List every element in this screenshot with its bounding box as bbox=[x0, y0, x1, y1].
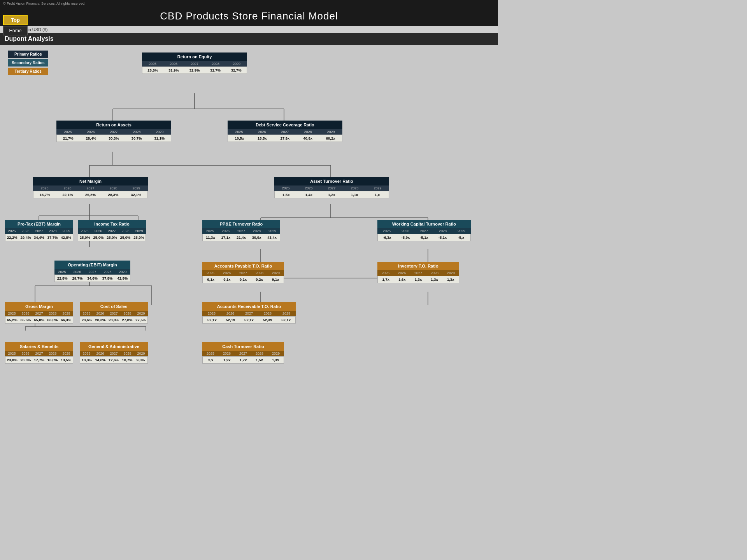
roa-values: 21,7% 28,4% 30,3% 30,7% 31,1% bbox=[56, 135, 171, 142]
roe-card: Return on Equity 2025 2026 2027 2028 202… bbox=[142, 52, 247, 74]
roa-card: Return on Assets 2025 2026 2027 2028 202… bbox=[56, 121, 171, 142]
cost-of-sales-header: Cost of Sales bbox=[80, 302, 148, 311]
operating-margin-header: Operating (EBIT) Margin bbox=[54, 261, 130, 269]
net-margin-header: Net Margin bbox=[33, 177, 148, 186]
dscr-card: Debt Service Coverage Ratio 2025 2026 20… bbox=[228, 121, 342, 142]
gross-margin-values: 65,2% 65,5% 65,8% 66,0% 66,3% bbox=[5, 316, 73, 324]
dscr-years: 2025 2026 2027 2028 2029 bbox=[228, 129, 342, 135]
general-admin-years: 2025 2026 2027 2028 2029 bbox=[80, 351, 148, 356]
roe-header: Return on Equity bbox=[142, 52, 247, 61]
cost-of-sales-card: Cost of Sales 2025 2026 2027 2028 2029 2… bbox=[80, 302, 148, 324]
net-margin-card: Net Margin 2025 2026 2027 2028 2029 16,7… bbox=[33, 177, 148, 198]
operating-margin-card: Operating (EBIT) Margin 2025 2026 2027 2… bbox=[54, 261, 130, 282]
pretax-margin-years: 2025 2026 2027 2028 2029 bbox=[5, 228, 73, 234]
cost-of-sales-years: 2025 2026 2027 2028 2029 bbox=[80, 311, 148, 316]
income-tax-years: 2025 2026 2027 2028 2029 bbox=[78, 228, 146, 234]
net-margin-values: 16,7% 22,1% 25,8% 28,3% 32,1% bbox=[33, 191, 148, 198]
roa-years: 2025 2026 2027 2028 2029 bbox=[56, 129, 171, 135]
asset-turnover-header: Asset Turnover Ratio bbox=[274, 177, 389, 186]
content-area: Primary Ratios Secondary Ratios Tertiary… bbox=[0, 45, 498, 356]
inventory-turnover-header: Inventory T.O. Ratio bbox=[377, 262, 459, 270]
roe-values: 25,5% 31,9% 32,9% 32,7% 32,7% bbox=[142, 66, 247, 74]
inventory-turnover-card: Inventory T.O. Ratio 2025 2026 2027 2028… bbox=[377, 262, 459, 283]
top-button[interactable]: Top bbox=[3, 15, 28, 25]
operating-margin-years: 2025 2026 2027 2028 2029 bbox=[54, 269, 130, 275]
ppe-turnover-years: 2025 2026 2027 2028 2029 bbox=[202, 228, 280, 234]
header-area: Top Home CBD Products Store Financial Mo… bbox=[0, 7, 498, 26]
cash-turnover-years: 2025 2026 2027 2028 2029 bbox=[202, 351, 284, 356]
main-title: CBD Products Store Financial Model bbox=[0, 10, 498, 22]
dscr-header: Debt Service Coverage Ratio bbox=[228, 121, 342, 129]
dupont-chart: Return on Equity 2025 2026 2027 2028 202… bbox=[4, 49, 494, 352]
ap-turnover-card: Accounts Payable T.O. Ratio 2025 2026 20… bbox=[202, 262, 284, 283]
working-capital-card: Working Capital Turnover Ratio 2025 2026… bbox=[377, 220, 471, 241]
income-tax-header: Income Tax Ratio bbox=[78, 220, 146, 228]
general-admin-header: General & Administrative bbox=[80, 342, 148, 351]
net-margin-years: 2025 2026 2027 2028 2029 bbox=[33, 186, 148, 191]
asset-turnover-years: 2025 2026 2027 2028 2029 bbox=[274, 186, 389, 191]
ap-turnover-header: Accounts Payable T.O. Ratio bbox=[202, 262, 284, 270]
asset-turnover-card: Asset Turnover Ratio 2025 2026 2027 2028… bbox=[274, 177, 389, 198]
inventory-turnover-years: 2025 2026 2027 2028 2029 bbox=[377, 270, 459, 276]
pretax-margin-card: Pre-Tax (EBT) Margin 2025 2026 2027 2028… bbox=[5, 220, 73, 241]
gross-margin-card: Gross Margin 2025 2026 2027 2028 2029 65… bbox=[5, 302, 73, 324]
ar-turnover-card: Accounts Receivable T.O. Ratio 2025 2026… bbox=[202, 302, 296, 324]
cash-turnover-values: 2,x 1,9x 1,7x 1,5x 1,3x bbox=[202, 356, 284, 364]
top-bar: © Profit Vision Financial Services. All … bbox=[0, 0, 498, 7]
salaries-card: Salaries & Benefits 2025 2026 2027 2028 … bbox=[5, 342, 73, 364]
operating-margin-values: 22,8% 29,7% 34,6% 37,8% 42,9% bbox=[54, 275, 130, 282]
cash-turnover-header: Cash Turnover Ratio bbox=[202, 342, 284, 351]
section-title: Dupont Analysis bbox=[0, 33, 498, 45]
income-tax-card: Income Tax Ratio 2025 2026 2027 2028 202… bbox=[78, 220, 146, 241]
pretax-margin-header: Pre-Tax (EBT) Margin bbox=[5, 220, 73, 228]
ar-turnover-years: 2025 2026 2027 2028 2029 bbox=[202, 311, 296, 316]
income-tax-values: 25,0% 25,0% 25,0% 25,0% 25,0% bbox=[78, 234, 146, 241]
general-admin-values: 18,3% 14,8% 12,6% 10,7% 9,3% bbox=[80, 356, 148, 364]
currency-note: All Amounts in USD ($) bbox=[0, 26, 498, 33]
ap-turnover-values: 9,1x 9,1x 9,1x 9,2x 9,1x bbox=[202, 276, 284, 283]
ppe-turnover-values: 11,3x 17,1x 21,4x 30,9x 43,4x bbox=[202, 234, 280, 241]
general-admin-card: General & Administrative 2025 2026 2027 … bbox=[80, 342, 148, 364]
salaries-years: 2025 2026 2027 2028 2029 bbox=[5, 351, 73, 356]
roe-years: 2025 2026 2027 2028 2029 bbox=[142, 61, 247, 66]
home-button[interactable]: Home bbox=[3, 26, 28, 35]
roa-header: Return on Assets bbox=[56, 121, 171, 129]
asset-turnover-values: 1,5x 1,4x 1,2x 1,1x 1,x bbox=[274, 191, 389, 198]
working-capital-header: Working Capital Turnover Ratio bbox=[377, 220, 471, 228]
working-capital-values: -6,3x -5,9x -5,1x -5,1x -5,x bbox=[377, 234, 471, 241]
ar-turnover-values: 52,1x 52,1x 52,1x 52,3x 52,1x bbox=[202, 316, 296, 324]
salaries-values: 23,0% 20,0% 17,7% 16,8% 13,5% bbox=[5, 356, 73, 364]
gross-margin-years: 2025 2026 2027 2028 2029 bbox=[5, 311, 73, 316]
copyright-text: © Profit Vision Financial Services. All … bbox=[3, 2, 86, 5]
salaries-header: Salaries & Benefits bbox=[5, 342, 73, 351]
nav-buttons: Top Home bbox=[3, 15, 28, 35]
pretax-margin-values: 22,2% 29,4% 34,4% 37,7% 42,8% bbox=[5, 234, 73, 241]
dscr-values: 10,5x 18,5x 27,9x 40,9x 60,2x bbox=[228, 135, 342, 142]
cost-of-sales-values: 28,6% 28,3% 28,0% 27,8% 27,5% bbox=[80, 316, 148, 324]
ar-turnover-header: Accounts Receivable T.O. Ratio bbox=[202, 302, 296, 311]
ap-turnover-years: 2025 2026 2027 2028 2029 bbox=[202, 270, 284, 276]
inventory-turnover-values: 1,7x 1,6x 1,3x 1,3x 1,3x bbox=[377, 276, 459, 283]
ppe-turnover-header: PP&E Turnover Ratio bbox=[202, 220, 280, 228]
gross-margin-header: Gross Margin bbox=[5, 302, 73, 311]
working-capital-years: 2025 2026 2027 2028 2029 bbox=[377, 228, 471, 234]
cash-turnover-card: Cash Turnover Ratio 2025 2026 2027 2028 … bbox=[202, 342, 284, 364]
ppe-turnover-card: PP&E Turnover Ratio 2025 2026 2027 2028 … bbox=[202, 220, 280, 241]
